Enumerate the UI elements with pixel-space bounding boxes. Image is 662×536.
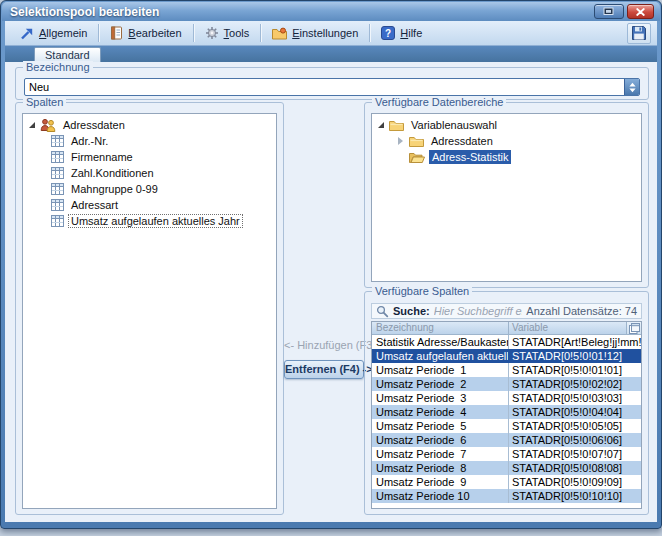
window-title: Selektionspool bearbeiten: [2, 5, 159, 19]
hinzufuegen-button[interactable]: <- Hinzufügen (F3): [284, 339, 364, 351]
entfernen-button[interactable]: Entfernen (F4) ->: [284, 360, 364, 379]
cell-bezeichnung: Umsatz Periode 8: [372, 461, 508, 475]
cell-variable: STATADR[0!5!0!01!01]: [508, 363, 641, 377]
tree-item[interactable]: Variablenauswahl: [372, 117, 641, 133]
help-icon: ?: [381, 26, 395, 40]
hilfe-button[interactable]: ? Hilfe: [372, 23, 431, 43]
datenbereiche-tree: VariablenauswahlAdressdatenAdress-Statis…: [371, 113, 642, 282]
bezeichnung-group: Bezeichnung Neu: [15, 67, 649, 100]
combobox-dropdown-button[interactable]: [624, 79, 639, 95]
arrow-up-right-icon: [20, 27, 34, 40]
table-row[interactable]: Umsatz Periode 1STATADR[0!5!0!01!01]: [372, 363, 641, 377]
cell-bezeichnung: Umsatz Periode 6: [372, 433, 508, 447]
tree-item-root[interactable]: Adressdaten: [23, 117, 276, 133]
table-row[interactable]: Umsatz Periode 2STATADR[0!5!0!02!02]: [372, 377, 641, 391]
table-icon: [51, 167, 64, 179]
table-row[interactable]: Statistik Adresse/BaukastenSTATADR[Art!B…: [372, 335, 641, 349]
spalten-tree: AdressdatenAdr.-Nr.FirmennameZahl.Kondit…: [22, 113, 277, 509]
folder-open-icon: [409, 151, 425, 163]
table-row[interactable]: Umsatz Periode 9STATADR[0!5!0!09!09]: [372, 475, 641, 489]
cell-bezeichnung: Umsatz Periode 4: [372, 405, 508, 419]
table-row[interactable]: Umsatz Periode 10STATADR[0!5!0!10!10]: [372, 489, 641, 503]
search-label: Suche:: [393, 305, 430, 317]
tree-item[interactable]: Adr.-Nr.: [23, 133, 276, 149]
cell-variable: STATADR[0!5!0!10!10]: [508, 489, 641, 503]
toolbar-separator: [260, 24, 261, 42]
tree-item[interactable]: Mahngruppe 0-99: [23, 181, 276, 197]
cell-bezeichnung: Umsatz Periode 1: [372, 363, 508, 377]
table-row[interactable]: Umsatz Periode 8STATADR[0!5!0!08!08]: [372, 461, 641, 475]
cell-variable: STATADR[0!5!0!06!06]: [508, 433, 641, 447]
allgemein-button[interactable]: Allgemein: [11, 24, 96, 43]
tree-item-label: Adressdaten: [428, 134, 496, 148]
expander-open-icon[interactable]: [29, 122, 35, 128]
tree-item[interactable]: Adress-Statistik: [372, 149, 641, 165]
bezeichnung-combobox[interactable]: Neu: [24, 78, 640, 96]
tree-item[interactable]: Adressart: [23, 197, 276, 213]
expander-closed-icon[interactable]: [398, 137, 403, 145]
spalten-group-label: Spalten: [23, 96, 66, 108]
columns-table: Bezeichnung Variable Statistik Adresse/B…: [371, 321, 642, 509]
cell-bezeichnung: Umsatz Periode 10: [372, 489, 508, 503]
table-row[interactable]: Umsatz Periode 6STATADR[0!5!0!06!06]: [372, 433, 641, 447]
save-button[interactable]: [627, 23, 651, 44]
table-row[interactable]: Umsatz Periode 7STATADR[0!5!0!07!07]: [372, 447, 641, 461]
tools-label: Tools: [224, 27, 250, 39]
chevron-up-down-icon: [628, 82, 637, 93]
svg-text:?: ?: [385, 28, 391, 39]
client-area: Allgemein Bearbeiten Tools: [5, 21, 657, 522]
tools-button[interactable]: Tools: [196, 23, 259, 43]
cell-bezeichnung: Umsatz aufgelaufen aktuelles Jahr: [372, 349, 508, 363]
table-icon: [51, 151, 64, 163]
tree-item[interactable]: Adressdaten: [372, 133, 641, 149]
tree-item[interactable]: Umsatz aufgelaufen aktuelles Jahr: [23, 213, 276, 229]
expander-open-icon[interactable]: [378, 122, 384, 128]
folder-closed-icon: [409, 135, 424, 147]
cell-variable: STATADR[0!5!0!04!04]: [508, 405, 641, 419]
einstellungen-button[interactable]: Einstellungen: [263, 24, 367, 43]
tree-item[interactable]: Firmenname: [23, 149, 276, 165]
window: Selektionspool bearbeiten Allgemein: [0, 0, 662, 529]
people-icon: [40, 118, 56, 132]
tree-item[interactable]: Zahl.Konditionen: [23, 165, 276, 181]
tree-item-label: Variablenauswahl: [408, 118, 500, 132]
gear-icon: [205, 26, 219, 40]
folder-settings-icon: [272, 27, 287, 40]
search-bar[interactable]: Suche: Hier Suchbegriff einge Anzahl Dat…: [371, 303, 642, 319]
table-row[interactable]: Umsatz Periode 3STATADR[0!5!0!03!03]: [372, 391, 641, 405]
search-input[interactable]: Hier Suchbegriff einge: [434, 305, 523, 317]
cell-bezeichnung: Umsatz Periode 2: [372, 377, 508, 391]
datenbereiche-group-label: Verfügbare Datenbereiche: [372, 96, 506, 108]
cell-bezeichnung: Umsatz Periode 9: [372, 475, 508, 489]
table-row[interactable]: Umsatz aufgelaufen aktuelles JahrSTATADR…: [372, 349, 641, 363]
column-chooser-button[interactable]: [626, 322, 641, 334]
verfuegbare-spalten-group-label: Verfügbare Spalten: [372, 285, 472, 297]
cell-variable: STATADR[Art!Beleg!jj!mm!m: [508, 335, 641, 349]
close-button[interactable]: [627, 4, 654, 19]
table-header: Bezeichnung Variable: [372, 322, 641, 335]
tab-strip: Standard: [5, 46, 657, 62]
record-count: Anzahl Datensätze: 74: [526, 305, 637, 317]
table-row[interactable]: Umsatz Periode 5STATADR[0!5!0!05!05]: [372, 419, 641, 433]
maximize-restore-button[interactable]: [594, 4, 624, 19]
transfer-buttons: <- Hinzufügen (F3) Entfernen (F4) ->: [284, 339, 364, 379]
bearbeiten-button[interactable]: Bearbeiten: [101, 23, 190, 43]
bearbeiten-label: Bearbeiten: [128, 27, 181, 39]
allgemein-label: Allgemein: [39, 27, 87, 39]
tree-item-label: Umsatz aufgelaufen aktuelles Jahr: [68, 214, 243, 228]
main-panel: Bezeichnung Neu Spalten AdressdatenAdr.-…: [5, 62, 657, 522]
bezeichnung-value: Neu: [25, 81, 624, 93]
tab-standard[interactable]: Standard: [34, 47, 101, 62]
tree-item-label: Firmenname: [68, 150, 136, 164]
cell-variable: STATADR[0!5!0!02!02]: [508, 377, 641, 391]
table-icon: [51, 135, 64, 147]
column-header-variable[interactable]: Variable: [508, 322, 626, 334]
column-header-bezeichnung[interactable]: Bezeichnung: [372, 322, 508, 334]
restore-window-icon: [603, 7, 615, 16]
toolbar-separator: [193, 24, 194, 42]
cell-bezeichnung: Umsatz Periode 7: [372, 447, 508, 461]
table-icon: [51, 199, 64, 211]
table-row[interactable]: Umsatz Periode 4STATADR[0!5!0!04!04]: [372, 405, 641, 419]
cell-bezeichnung: Umsatz Periode 5: [372, 419, 508, 433]
toolbar-separator: [98, 24, 99, 42]
